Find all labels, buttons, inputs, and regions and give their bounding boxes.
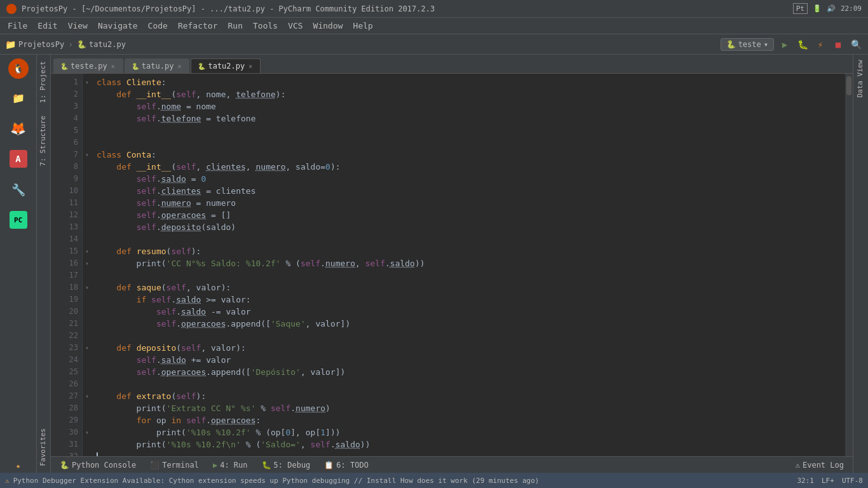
todo-icon: 📋 <box>324 461 334 470</box>
run-config-selector[interactable]: 🐍 teste ▾ <box>721 38 774 51</box>
line-feed: LF+ <box>822 477 834 485</box>
volume-icon: 🔊 <box>827 4 836 13</box>
keyboard-indicator: Pt <box>793 3 808 14</box>
terminal-tab[interactable]: ⬛ Terminal <box>144 459 205 471</box>
battery-icon: 🔋 <box>813 4 822 13</box>
file-tab-tatu2[interactable]: 🐍 tatu2.py × <box>191 58 261 73</box>
file-icon: 🐍 <box>132 63 139 70</box>
menu-run[interactable]: Run <box>223 20 248 32</box>
bottom-tabs-bar: 🐍 Python Console ⬛ Terminal ▶ 4: Run 🐛 5… <box>51 456 853 473</box>
toolbar: 📁 ProjetosPy › 🐍 tatu2.py 🐍 teste ▾ ▶ 🐛 … <box>0 34 868 55</box>
data-view-tab[interactable]: Data View <box>853 55 868 103</box>
line-numbers: 1 2 3 4 5 6 7 8 9 10 11 12 13 14 15 16 1… <box>51 74 83 456</box>
debug-button[interactable]: 🐛 <box>796 37 810 51</box>
todo-label: 6: TODO <box>336 461 369 470</box>
file-icon: 🐍 <box>60 63 68 70</box>
folder-icon: 📁 <box>5 39 16 50</box>
tab-close-teste[interactable]: × <box>110 63 116 70</box>
sidebar-icon-tools[interactable]: 🔧 <box>6 177 31 202</box>
fold-column: ▾ ▾ ▾ ▾ ▾ <box>83 74 92 456</box>
encoding[interactable]: UTF-8 <box>842 477 863 485</box>
run-config-icon: 🐍 <box>726 40 736 49</box>
run-label: 4: Run <box>220 461 247 470</box>
menu-tools[interactable]: Tools <box>248 20 283 32</box>
main-layout: 🐧 📁 🦊 A 🔧 PC ★ 1: Project 7: Structure F… <box>0 55 868 473</box>
todo-tab[interactable]: 📋 6: TODO <box>318 459 375 471</box>
sidebar-icon-firefox[interactable]: 🦊 <box>6 116 31 141</box>
breadcrumb-file-icon: 🐍 <box>77 40 86 49</box>
menu-refactor[interactable]: Refactor <box>173 20 223 32</box>
app-logo <box>6 4 17 14</box>
debug-tab[interactable]: 🐛 5: Debug <box>255 459 317 471</box>
breadcrumb-separator: › <box>68 39 73 49</box>
app-sidebar: 🐧 📁 🦊 A 🔧 PC ★ <box>0 55 37 473</box>
sidebar-icon-project[interactable]: 📁 <box>6 85 31 111</box>
terminal-icon: ⬛ <box>150 461 159 470</box>
file-tab-teste[interactable]: 🐍 teste.py × <box>53 58 123 73</box>
run-config-name: teste <box>738 40 761 49</box>
breadcrumb-file[interactable]: tatu2.py <box>89 40 126 49</box>
window-title: ProjetosPy - [~/Documentos/ProjetosPy] -… <box>22 4 435 13</box>
left-panel-tabs: 1: Project 7: Structure Favorites <box>37 55 51 473</box>
breadcrumb-project[interactable]: ProjetosPy <box>18 40 64 49</box>
python-console-icon: 🐍 <box>60 461 69 470</box>
ubuntu-icon[interactable]: 🐧 <box>8 58 29 79</box>
event-log-icon: ⚠ <box>796 461 800 470</box>
run-config-dropdown-icon: ▾ <box>764 40 768 49</box>
python-console-tab[interactable]: 🐍 Python Console <box>53 459 142 471</box>
code-content[interactable]: class Cliente: def __int__(self, nome, t… <box>92 74 845 456</box>
run-icon: ▶ <box>213 461 217 470</box>
run-tab[interactable]: ▶ 4: Run <box>207 459 254 471</box>
menu-vcs[interactable]: VCS <box>283 20 308 32</box>
vertical-scrollbar[interactable] <box>845 74 853 456</box>
search-button[interactable]: 🔍 <box>849 37 863 51</box>
project-tab[interactable]: 1: Project <box>37 55 50 109</box>
cursor-position: 32:1 <box>797 477 815 485</box>
status-bar: ⚠ Python Debugger Extension Available: C… <box>0 473 868 488</box>
warning-icon: ⚠ <box>5 477 10 485</box>
menu-code[interactable]: Code <box>143 20 173 32</box>
event-log-tab[interactable]: ⚠ Event Log <box>789 459 850 471</box>
file-tab-name: teste.py <box>71 62 107 71</box>
terminal-label: Terminal <box>162 461 199 470</box>
file-tab-name: tatu2.py <box>208 62 245 71</box>
debug-label: 5: Debug <box>274 461 311 470</box>
editor-main: 🐍 teste.py × 🐍 tatu.py × 🐍 tatu2.py × 1 … <box>51 55 853 473</box>
tab-close-tatu2[interactable]: × <box>247 63 254 70</box>
file-icon: 🐍 <box>198 63 205 70</box>
stop-button[interactable]: ■ <box>831 37 845 51</box>
run-button[interactable]: ▶ <box>778 37 792 51</box>
menu-edit[interactable]: Edit <box>32 20 62 32</box>
file-tab-tatu[interactable]: 🐍 tatu.py × <box>125 58 190 73</box>
tab-close-tatu[interactable]: × <box>176 63 182 70</box>
event-log-label: Event Log <box>803 461 844 470</box>
menu-file[interactable]: File <box>3 20 32 32</box>
structure-tab[interactable]: 7: Structure <box>37 109 50 172</box>
menu-window[interactable]: Window <box>308 20 348 32</box>
file-tab-name: tatu.py <box>142 62 174 71</box>
menu-view[interactable]: View <box>63 20 93 32</box>
menu-navigate[interactable]: Navigate <box>93 20 143 32</box>
right-panel: Data View <box>853 55 868 473</box>
sidebar-icon-a[interactable]: A <box>6 146 31 172</box>
favorites-tab[interactable]: Favorites <box>37 422 50 473</box>
time-display: 22:09 <box>841 4 862 13</box>
menu-help[interactable]: Help <box>348 20 378 32</box>
status-message[interactable]: Python Debugger Extension Available: Cyt… <box>13 477 539 485</box>
menu-bar: File Edit View Navigate Code Refactor Ru… <box>0 18 868 34</box>
favorites-star: ★ <box>0 459 36 473</box>
debug-icon: 🐛 <box>262 461 271 470</box>
coverage-button[interactable]: ⚡ <box>813 37 827 51</box>
sidebar-icon-pycharm[interactable]: PC <box>6 207 31 233</box>
code-editor: 1 2 3 4 5 6 7 8 9 10 11 12 13 14 15 16 1… <box>51 74 853 456</box>
python-console-label: Python Console <box>72 461 136 470</box>
file-tabs-bar: 🐍 teste.py × 🐍 tatu.py × 🐍 tatu2.py × <box>51 55 853 74</box>
title-bar: ProjetosPy - [~/Documentos/ProjetosPy] -… <box>0 0 868 18</box>
